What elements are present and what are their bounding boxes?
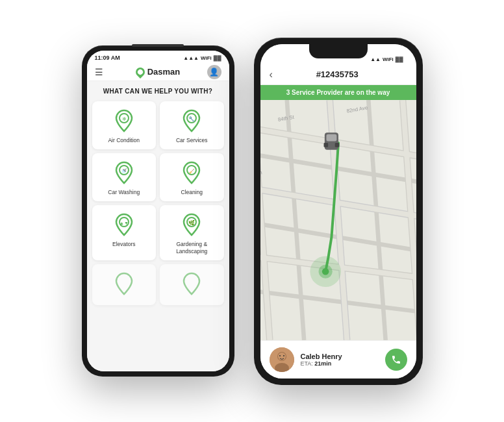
location-display: Dasman — [136, 67, 181, 77]
svg-point-45 — [279, 355, 281, 356]
extra1-icon-wrap — [112, 272, 136, 297]
iphone-wifi-icon: WiFi — [383, 56, 394, 62]
provider-face — [270, 347, 294, 372]
svg-point-36 — [321, 268, 329, 275]
android-status-bar: 11:09 AM ▲▲▲ WiFi ▓▓ — [87, 51, 229, 63]
car-services-label: Car Services — [176, 137, 208, 144]
extra2-pin-svg — [179, 272, 204, 297]
air-condition-label: Air Condition — [108, 137, 140, 144]
provider-name: Caleb Henry — [301, 353, 379, 360]
gardening-label: Gardening & Landscaping — [176, 241, 207, 255]
provider-info: Caleb Henry ETA: 21min — [301, 353, 379, 367]
service-car-washing[interactable]: 🚿 Car Washing — [92, 153, 157, 201]
car-washing-label: Car Washing — [108, 189, 140, 196]
service-car-services[interactable]: 🔧 Car Services — [160, 101, 224, 149]
svg-rect-39 — [323, 143, 328, 147]
service-elevators[interactable]: ▲▼ Elevators — [92, 205, 157, 260]
phone-icon — [391, 354, 401, 365]
android-header: ☰ Dasman 👤 — [87, 63, 229, 81]
iphone-phone: ▲▲ WiFi ▓▓ ‹ #12435753 3 Service Provide… — [254, 38, 423, 385]
car-washing-pin-svg: 🚿 — [112, 161, 136, 186]
status-icons: ▲▲▲ WiFi ▓▓ — [183, 55, 221, 61]
svg-text:🚿: 🚿 — [121, 168, 127, 174]
svg-text:❄: ❄ — [121, 116, 126, 122]
service-gardening[interactable]: 🌿 Gardening & Landscaping — [160, 205, 224, 260]
svg-text:🧹: 🧹 — [189, 168, 195, 174]
car-services-icon-wrap: 🔧 — [179, 109, 204, 134]
avatar: 👤 — [207, 65, 221, 79]
elevators-pin-svg: ▲▼ — [112, 213, 136, 238]
provider-avatar — [270, 347, 294, 372]
iphone-screen: ▲▲ WiFi ▓▓ ‹ #12435753 3 Service Provide… — [260, 44, 416, 379]
car-washing-icon-wrap: 🚿 — [112, 161, 136, 186]
status-banner: 3 Service Provider are on the way — [260, 85, 416, 100]
provider-eta: ETA: 21min — [301, 360, 379, 367]
air-condition-pin-svg: ❄ — [112, 109, 136, 134]
iphone-status-icons: ▲▲ WiFi ▓▓ — [370, 56, 403, 62]
battery-icon: ▓▓ — [214, 55, 221, 61]
status-time: 11:09 AM — [95, 55, 120, 61]
svg-point-46 — [283, 355, 284, 356]
bottom-panel: Caleb Henry ETA: 21min — [260, 340, 416, 379]
signal-icon: ▲▲▲ — [183, 55, 199, 61]
wifi-icon: WiFi — [201, 55, 212, 61]
service-cleaning[interactable]: 🧹 Cleaning — [160, 153, 224, 201]
service-air-condition[interactable]: ❄ Air Condition — [92, 101, 157, 149]
menu-icon[interactable]: ☰ — [95, 67, 103, 77]
service-extra-1[interactable] — [92, 264, 157, 305]
svg-text:▲▼: ▲▼ — [120, 221, 129, 225]
extra1-pin-svg — [112, 272, 136, 297]
svg-text:🔧: 🔧 — [188, 116, 195, 122]
service-extra-2[interactable] — [160, 264, 224, 305]
iphone-battery-icon: ▓▓ — [396, 56, 403, 62]
iphone-header: ‹ #12435753 — [260, 65, 416, 85]
map-area: 84th St 82nd Ave Al Jaddah Al Gals — [260, 100, 416, 340]
services-grid: ❄ Air Condition 🔧 — [92, 101, 224, 305]
order-id: #12435753 — [278, 69, 407, 79]
gardening-icon-wrap: 🌿 — [179, 213, 204, 238]
location-pin-icon — [134, 66, 147, 79]
gardening-pin-svg: 🌿 — [179, 213, 204, 238]
svg-text:🌿: 🌿 — [188, 219, 195, 226]
cleaning-pin-svg: 🧹 — [179, 161, 204, 186]
android-screen: 11:09 AM ▲▲▲ WiFi ▓▓ ☰ Dasman 👤 — [87, 51, 229, 371]
back-button[interactable]: ‹ — [270, 69, 273, 81]
iphone-signal-icon: ▲▲ — [370, 56, 381, 62]
car-services-pin-svg: 🔧 — [179, 109, 204, 134]
eta-time: 21min — [314, 360, 331, 367]
android-phone: 11:09 AM ▲▲▲ WiFi ▓▓ ☰ Dasman 👤 — [82, 45, 234, 377]
avatar-image: 👤 — [207, 65, 221, 79]
svg-rect-40 — [334, 143, 339, 147]
cleaning-label: Cleaning — [181, 189, 203, 196]
iphone-notch — [309, 44, 368, 58]
cleaning-icon-wrap: 🧹 — [179, 161, 204, 186]
call-button[interactable] — [385, 349, 407, 371]
main-title: WHAT CAN WE HELP YOU WITH? — [92, 88, 224, 95]
air-condition-icon-wrap: ❄ — [112, 109, 136, 134]
map-svg: 84th St 82nd Ave Al Jaddah Al Gals — [260, 100, 416, 340]
provider-avatar-svg — [270, 347, 294, 372]
extra2-icon-wrap — [179, 272, 204, 297]
elevators-icon-wrap: ▲▼ — [112, 213, 136, 238]
elevators-label: Elevators — [112, 241, 135, 248]
svg-rect-38 — [326, 134, 336, 141]
eta-label: ETA: — [301, 360, 313, 367]
main-container: 11:09 AM ▲▲▲ WiFi ▓▓ ☰ Dasman 👤 — [0, 0, 504, 422]
android-content: WHAT CAN WE HELP YOU WITH? ❄ Air Conditi… — [87, 81, 229, 371]
location-label: Dasman — [147, 67, 181, 77]
